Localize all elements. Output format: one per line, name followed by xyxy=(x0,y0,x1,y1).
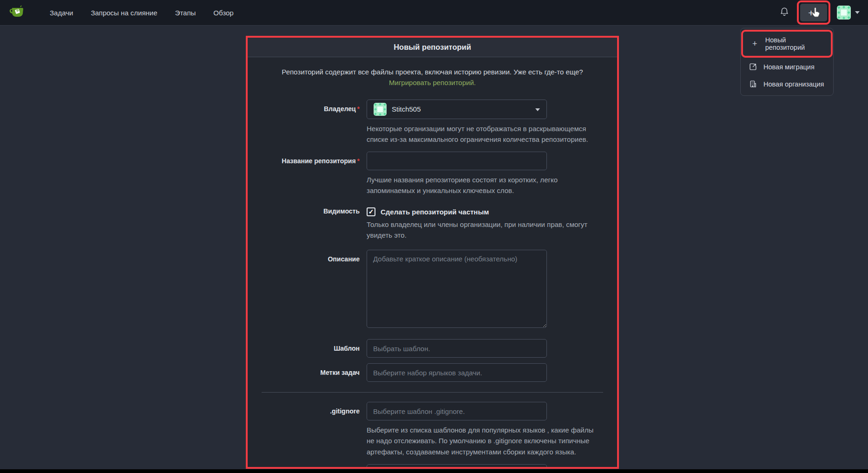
required-asterisk: * xyxy=(357,105,360,113)
form-title: Новый репозиторий xyxy=(248,38,617,57)
issue-labels-input[interactable] xyxy=(367,363,547,382)
repo-name-label: Название репозитория* xyxy=(260,152,367,196)
nav-item-milestones[interactable]: Этапы xyxy=(175,9,196,17)
gitignore-help-text: Выберите из списка шаблонов для популярн… xyxy=(367,425,603,457)
top-navbar: Задачи Запросы на слияние Этапы Обзор + xyxy=(0,0,868,26)
description-textarea[interactable] xyxy=(367,250,547,328)
repo-name-help-text: Лучшие названия репозиториев состоят из … xyxy=(367,174,603,196)
migration-icon xyxy=(749,63,757,71)
nav-item-explore[interactable]: Обзор xyxy=(213,9,233,17)
chevron-down-icon xyxy=(535,108,540,111)
issue-labels-label-text: Метки задач xyxy=(320,369,360,376)
license-input[interactable] xyxy=(367,464,547,469)
issue-labels-label: Метки задач xyxy=(260,363,367,382)
nav-item-issues[interactable]: Задачи xyxy=(50,9,73,17)
description-row: Описание xyxy=(260,250,605,330)
menu-item-new-migration[interactable]: Новая миграция xyxy=(741,58,833,75)
create-new-button[interactable]: + xyxy=(800,4,827,21)
owner-selected-value: Stitch505 xyxy=(392,105,421,113)
template-label-text: Шаблон xyxy=(334,345,360,352)
template-label: Шаблон xyxy=(260,339,367,358)
template-input[interactable] xyxy=(367,339,547,358)
owner-avatar xyxy=(374,103,387,116)
description-label-text: Описание xyxy=(328,255,360,263)
menu-item-new-organization[interactable]: Новая организация xyxy=(741,75,833,93)
bell-icon xyxy=(779,7,789,19)
user-menu-button[interactable] xyxy=(837,6,860,20)
form-intro-text: Репозиторий содержит все файлы проекта, … xyxy=(282,68,583,76)
gitignore-label-text: .gitignore xyxy=(330,407,360,415)
annotation-box-plus-button: + xyxy=(797,0,830,25)
user-avatar xyxy=(837,6,851,20)
owner-row: Владелец* xyxy=(260,100,605,145)
owner-help-text: Некоторые организации могут не отображат… xyxy=(367,123,603,145)
gitignore-input[interactable] xyxy=(367,402,547,420)
repo-name-input[interactable] xyxy=(367,152,547,170)
description-label: Описание xyxy=(260,250,367,330)
private-checkbox-label: Сделать репозиторий частным xyxy=(381,208,489,216)
repo-name-label-text: Название репозитория xyxy=(282,157,355,165)
required-asterisk: * xyxy=(357,157,360,165)
notifications-button[interactable] xyxy=(775,4,794,21)
visibility-label-text: Видимость xyxy=(323,207,360,215)
annotation-box-new-repository-item: + Новый репозиторий xyxy=(741,30,833,58)
menu-item-label: Новый репозиторий xyxy=(765,36,823,51)
owner-label-text: Владелец xyxy=(324,105,356,113)
menu-item-label: Новая организация xyxy=(763,80,824,88)
chevron-down-icon xyxy=(815,12,819,14)
menu-item-new-repository[interactable]: + Новый репозиторий xyxy=(743,32,831,56)
license-row: Лицензия Лицензия определяет, что другие… xyxy=(260,464,605,469)
visibility-help-text: Только владелец или члены организации, п… xyxy=(367,219,603,241)
issue-labels-row: Метки задач xyxy=(260,363,605,382)
owner-select[interactable]: Stitch505 xyxy=(367,100,547,119)
navbar-right-group: + xyxy=(775,0,860,25)
private-checkbox-line[interactable]: ✓ Сделать репозиторий частным xyxy=(367,203,605,216)
owner-label: Владелец* xyxy=(260,100,367,145)
plus-icon: + xyxy=(751,39,759,49)
visibility-row: Видимость ✓ Сделать репозиторий частным … xyxy=(260,203,605,241)
private-checkbox[interactable]: ✓ xyxy=(367,207,375,216)
gitea-logo-icon[interactable] xyxy=(8,4,29,21)
gitignore-label: .gitignore xyxy=(260,402,367,457)
form-body: Репозиторий содержит все файлы проекта, … xyxy=(248,57,617,469)
form-divider xyxy=(262,392,603,393)
chevron-down-icon xyxy=(855,11,860,14)
new-repository-form-panel: Новый репозиторий Репозиторий содержит в… xyxy=(246,36,619,469)
gitignore-row: .gitignore Выберите из списка шаблонов д… xyxy=(260,402,605,457)
bottom-black-bar xyxy=(0,469,868,473)
check-icon: ✓ xyxy=(368,208,374,215)
menu-item-label: Новая миграция xyxy=(763,63,815,71)
create-new-dropdown-menu: + Новый репозиторий Новая миграция Новая… xyxy=(740,28,834,96)
organization-icon xyxy=(749,80,757,88)
visibility-label: Видимость xyxy=(260,203,367,241)
plus-icon: + xyxy=(808,8,814,18)
nav-item-pull-requests[interactable]: Запросы на слияние xyxy=(91,9,157,17)
migrate-repository-link[interactable]: Мигрировать репозиторий. xyxy=(389,79,476,87)
repo-name-row: Название репозитория* Лучшие названия ре… xyxy=(260,152,605,196)
license-label: Лицензия xyxy=(260,464,367,469)
form-intro: Репозиторий содержит все файлы проекта, … xyxy=(264,67,601,88)
template-row: Шаблон xyxy=(260,339,605,358)
